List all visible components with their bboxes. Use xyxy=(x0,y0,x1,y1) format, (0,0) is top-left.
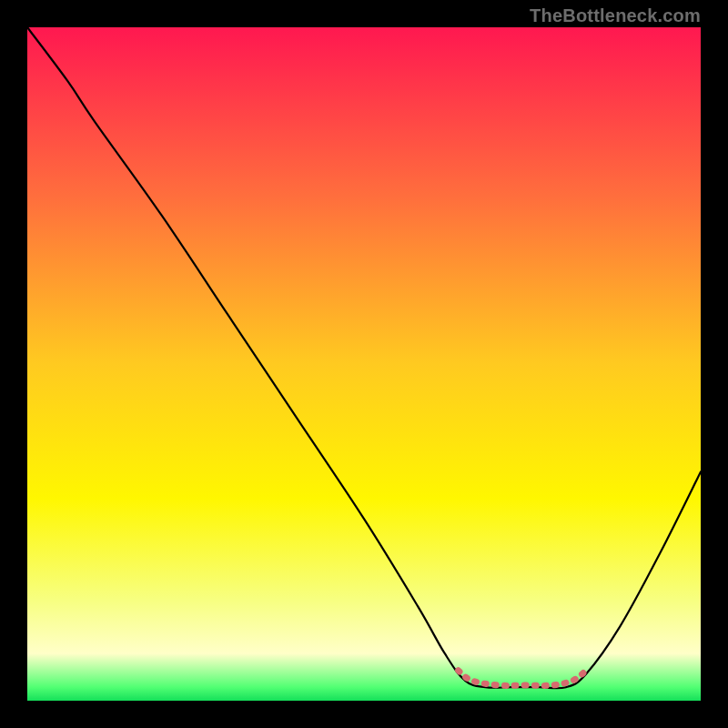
bottom-highlight xyxy=(459,671,587,686)
watermark-text: TheBottleneck.com xyxy=(530,5,701,26)
curve-layer xyxy=(27,27,701,701)
chart-frame: TheBottleneck.com xyxy=(0,0,728,728)
plot-area xyxy=(27,27,701,701)
bottleneck-curve xyxy=(27,27,701,688)
